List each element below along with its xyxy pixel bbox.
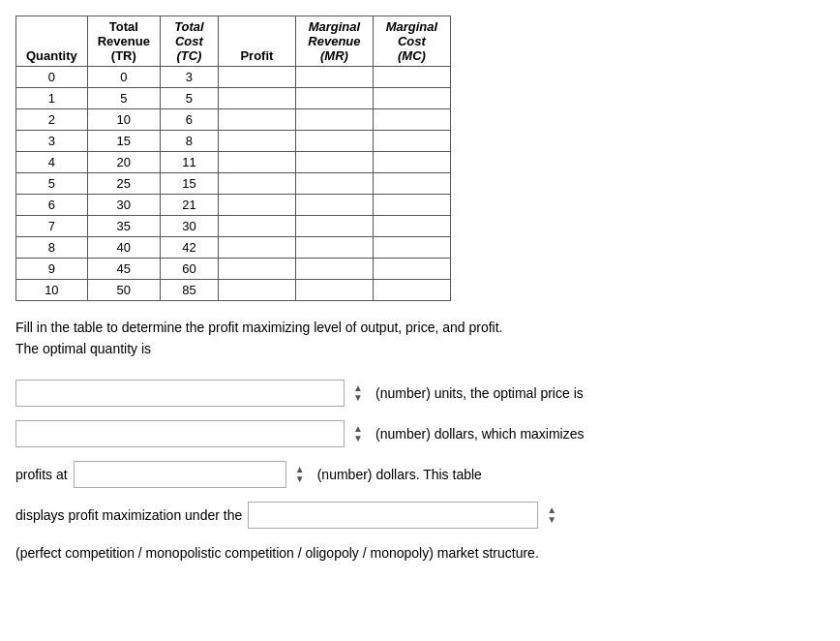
cell-mc[interactable]	[373, 237, 450, 259]
cell-mc[interactable]	[373, 280, 450, 301]
cell-tc: 15	[160, 173, 218, 195]
header-mc: MarginalCost(MC)	[373, 16, 450, 67]
answer-label-2: (number) dollars, which maximizes	[375, 426, 585, 442]
cell-quantity: 0	[16, 67, 88, 88]
table-row: 2106	[16, 109, 451, 131]
header-tr: TotalRevenue(TR)	[87, 16, 160, 67]
cell-tr: 15	[87, 131, 160, 152]
header-quantity: Quantity	[16, 16, 88, 67]
table-row: 63021	[16, 195, 451, 216]
answer-prefix-3: profits at	[15, 467, 68, 482]
cell-mr[interactable]	[295, 280, 373, 301]
cell-quantity: 3	[16, 131, 88, 152]
cell-profit[interactable]	[218, 88, 295, 109]
cell-tr: 30	[87, 195, 160, 216]
header-profit: Profit	[218, 16, 295, 67]
instructions-text: Fill in the table to determine the profi…	[15, 317, 825, 360]
answer-row-2: ▲ ▼ (number) dollars, which maximizes	[15, 420, 825, 447]
spinner-3[interactable]: ▲ ▼	[292, 465, 308, 484]
spinner-4[interactable]: ▲ ▼	[544, 505, 559, 525]
cell-mr[interactable]	[295, 88, 373, 109]
spinner-1[interactable]: ▲ ▼	[350, 383, 366, 403]
cell-profit[interactable]	[218, 237, 295, 259]
answer-section: ▲ ▼ (number) units, the optimal price is…	[15, 380, 825, 564]
table-row: 94560	[16, 259, 451, 280]
cell-mc[interactable]	[373, 216, 450, 237]
answer-row-3: profits at ▲ ▼ (number) dollars. This ta…	[15, 461, 825, 488]
cell-profit[interactable]	[218, 152, 295, 173]
cell-profit[interactable]	[218, 109, 295, 131]
cell-mc[interactable]	[373, 109, 450, 131]
cell-mr[interactable]	[295, 216, 373, 237]
cell-profit[interactable]	[218, 67, 295, 88]
cell-mr[interactable]	[295, 67, 373, 88]
answer-row-1: ▲ ▼ (number) units, the optimal price is	[15, 380, 825, 407]
cell-tc: 85	[160, 280, 218, 301]
cell-tr: 50	[87, 280, 160, 301]
table-row: 84042	[16, 237, 451, 259]
header-mr: MarginalRevenue(MR)	[295, 16, 373, 67]
cell-profit[interactable]	[218, 195, 295, 216]
table-row: 155	[16, 88, 451, 109]
cell-tc: 6	[160, 109, 218, 131]
cell-mc[interactable]	[373, 152, 450, 173]
cell-profit[interactable]	[218, 131, 295, 152]
cell-tc: 3	[160, 67, 218, 88]
cell-tc: 8	[160, 131, 218, 152]
cell-tr: 40	[87, 237, 160, 259]
cell-tc: 21	[160, 195, 218, 216]
answer-input-1[interactable]	[15, 380, 345, 407]
cell-tr: 5	[87, 88, 160, 109]
instruction-line1: Fill in the table to determine the profi…	[15, 320, 502, 335]
cell-profit[interactable]	[218, 280, 295, 301]
cell-mc[interactable]	[373, 259, 450, 280]
cell-tc: 5	[160, 88, 218, 109]
cell-quantity: 10	[16, 280, 88, 301]
cell-tc: 30	[160, 216, 218, 237]
cell-quantity: 6	[16, 195, 88, 216]
cell-mr[interactable]	[295, 195, 373, 216]
cell-tr: 20	[87, 152, 160, 173]
answer-input-3[interactable]	[74, 461, 286, 488]
answer-label-1: (number) units, the optimal price is	[375, 385, 584, 401]
cell-quantity: 1	[16, 88, 88, 109]
cell-mr[interactable]	[295, 237, 373, 259]
cell-mr[interactable]	[295, 259, 373, 280]
cell-mr[interactable]	[295, 173, 373, 195]
economics-table: Quantity TotalRevenue(TR) TotalCost(TC) …	[15, 15, 825, 301]
cell-quantity: 7	[16, 216, 88, 237]
table-row: 73530	[16, 216, 451, 237]
cell-mc[interactable]	[373, 173, 450, 195]
answer-input-4[interactable]	[248, 502, 538, 529]
cell-tc: 11	[160, 152, 218, 173]
cell-tr: 0	[87, 67, 160, 88]
cell-mc[interactable]	[373, 67, 450, 88]
table-row: 003	[16, 67, 451, 88]
cell-tr: 35	[87, 216, 160, 237]
answer-label-3: (number) dollars. This table	[317, 467, 482, 482]
cell-mc[interactable]	[373, 195, 450, 216]
answer-row-4: displays profit maximization under the ▲…	[15, 502, 825, 529]
cell-quantity: 4	[16, 152, 88, 173]
cell-profit[interactable]	[218, 216, 295, 237]
table-header-row: Quantity TotalRevenue(TR) TotalCost(TC) …	[16, 16, 451, 67]
answer-input-2[interactable]	[15, 420, 345, 447]
table-row: 105085	[16, 280, 451, 301]
cell-mr[interactable]	[295, 109, 373, 131]
table-row: 52515	[16, 173, 451, 195]
cell-mc[interactable]	[373, 131, 450, 152]
cell-profit[interactable]	[218, 173, 295, 195]
instruction-line2: The optimal quantity is	[15, 341, 151, 356]
answer-prefix-4: displays profit maximization under the	[15, 507, 242, 523]
answer-suffix-4: (perfect competition / monopolistic comp…	[15, 542, 825, 564]
cell-tc: 60	[160, 259, 218, 280]
data-table: Quantity TotalRevenue(TR) TotalCost(TC) …	[15, 15, 451, 301]
cell-mc[interactable]	[373, 88, 450, 109]
cell-tr: 25	[87, 173, 160, 195]
spinner-2[interactable]: ▲ ▼	[350, 424, 366, 443]
cell-mr[interactable]	[295, 152, 373, 173]
cell-tr: 45	[87, 259, 160, 280]
cell-profit[interactable]	[218, 259, 295, 280]
table-row: 42011	[16, 152, 451, 173]
cell-mr[interactable]	[295, 131, 373, 152]
